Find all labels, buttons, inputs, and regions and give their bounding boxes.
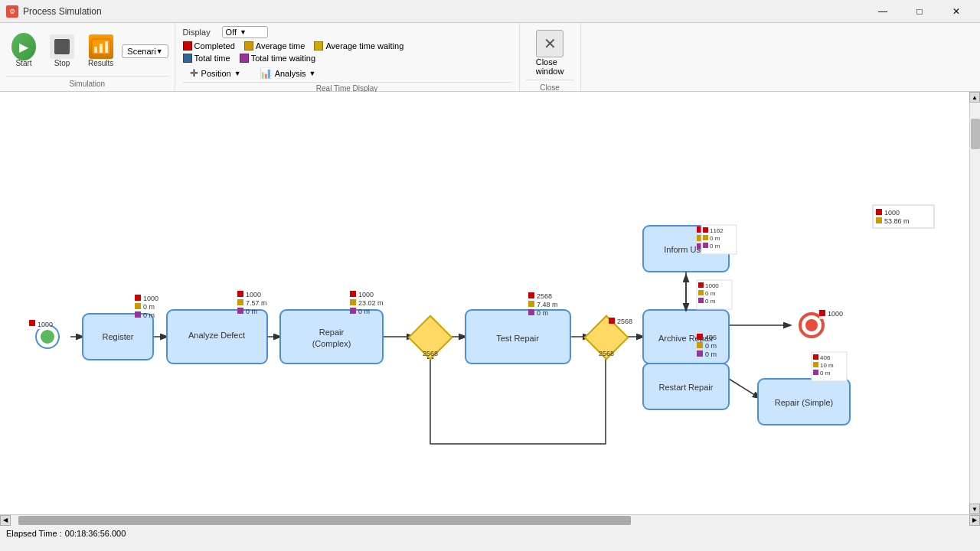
scroll-left-button[interactable]: ◀	[0, 515, 11, 526]
svg-rect-56	[703, 227, 708, 233]
svg-text:1000: 1000	[828, 310, 843, 318]
results-icon	[89, 34, 113, 59]
completed-legend-label: Completed	[194, 41, 235, 51]
v-scroll-thumb[interactable]	[971, 119, 980, 149]
legend-avg-time-waiting[interactable]: Average time waiting	[314, 41, 403, 51]
start-icon: ▶	[11, 34, 36, 59]
test-repair-label: Test Repair	[496, 334, 539, 343]
svg-rect-43	[697, 334, 703, 340]
svg-text:2568: 2568	[537, 292, 552, 300]
analysis-button[interactable]: 📊 Analysis ▼	[253, 64, 323, 82]
svg-rect-60	[703, 243, 708, 248]
svg-rect-26	[237, 308, 243, 314]
position-button[interactable]: ✛ Position ▼	[183, 64, 248, 82]
svg-rect-18	[135, 303, 141, 309]
start-stat-box	[29, 320, 35, 326]
svg-rect-47	[697, 350, 703, 357]
svg-text:0 m: 0 m	[705, 342, 717, 350]
corner-legend-line1: 1000	[884, 209, 900, 217]
svg-rect-65	[698, 290, 704, 295]
legend-total-time[interactable]: Total time	[183, 54, 230, 63]
window-controls: — □ ✕	[865, 4, 974, 19]
svg-text:406: 406	[820, 354, 831, 361]
start-label: Start	[15, 59, 31, 67]
svg-rect-16	[135, 295, 141, 301]
repair-complex-node-shape[interactable]	[280, 310, 383, 364]
gateway2-value: 2568	[599, 350, 614, 357]
svg-rect-39	[528, 309, 534, 315]
gateway1-value: 2568	[423, 350, 438, 357]
svg-text:0 m: 0 m	[820, 370, 831, 377]
scroll-down-button[interactable]: ▼	[969, 504, 980, 514]
svg-text:0 m: 0 m	[143, 303, 155, 311]
svg-text:0 m: 0 m	[705, 298, 716, 305]
svg-rect-33	[350, 308, 356, 314]
svg-rect-77	[819, 310, 825, 316]
svg-rect-37	[528, 301, 534, 307]
display-dropdown[interactable]: Off ▼	[222, 26, 268, 38]
scroll-right-button[interactable]: ▶	[969, 515, 980, 526]
restart-repair-label: Restart Repair	[659, 383, 714, 392]
v-scroll-track	[969, 103, 980, 504]
total-time-waiting-color-box	[240, 54, 249, 63]
close-button[interactable]: ✕	[939, 4, 974, 19]
svg-text:0 m: 0 m	[710, 235, 720, 242]
start-stat-value: 1000	[38, 321, 53, 328]
svg-text:1000: 1000	[705, 282, 719, 289]
scenario-dropdown[interactable]: Scenari	[122, 44, 168, 58]
start-button[interactable]: ▶ Start	[6, 31, 41, 71]
start-btn-shape: ▶	[11, 33, 36, 60]
avg-time-legend-label: Average time	[256, 41, 305, 51]
results-label: Results	[88, 59, 113, 67]
stop-button[interactable]: Stop	[44, 31, 80, 71]
simulation-group-label: Simulation	[6, 76, 168, 88]
svg-rect-63	[698, 282, 704, 288]
svg-text:2568: 2568	[617, 318, 632, 325]
svg-rect-35	[528, 292, 534, 298]
legend-items: Completed Average time Average time wait…	[183, 41, 511, 51]
display-label: Display	[183, 28, 217, 37]
simulation-group: ▶ Start Stop	[0, 23, 175, 91]
svg-text:1162: 1162	[710, 227, 724, 234]
results-button[interactable]: Results	[83, 31, 119, 71]
canvas-area[interactable]: ▲ ▼	[0, 92, 980, 514]
svg-rect-3	[105, 41, 108, 53]
close-window-icon: ✕	[536, 30, 564, 57]
close-window-button[interactable]: ✕ Closewindow	[526, 26, 574, 80]
repair-simple-label: Repair (Simple)	[775, 398, 833, 407]
svg-rect-29	[350, 291, 356, 297]
minimize-button[interactable]: —	[865, 4, 900, 19]
close-group-label: Close	[526, 80, 574, 92]
avg-time-color-box	[244, 41, 253, 51]
svg-text:(Complex): (Complex)	[312, 339, 351, 348]
total-time-legend-label: Total time	[194, 54, 230, 63]
svg-text:406: 406	[705, 334, 717, 341]
svg-text:10 m: 10 m	[820, 362, 834, 369]
real-time-display-label: Real Time Display	[183, 82, 511, 93]
app-icon: ⚙	[6, 5, 18, 18]
scroll-up-button[interactable]: ▲	[969, 92, 980, 103]
position-icon: ✛	[190, 67, 198, 79]
legend-avg-time[interactable]: Average time	[244, 41, 305, 51]
avg-time-waiting-color-box	[314, 41, 323, 51]
app-title: Process Simulation	[23, 6, 865, 17]
results-icon-shape	[89, 34, 113, 59]
stop-label: Stop	[54, 59, 70, 67]
elapsed-time-label: Elapsed Time :	[6, 529, 62, 538]
svg-rect-24	[237, 299, 243, 305]
h-scroll-thumb[interactable]	[18, 516, 631, 525]
svg-text:1000: 1000	[246, 291, 261, 298]
maximize-button[interactable]: □	[902, 4, 937, 19]
svg-rect-20	[135, 311, 141, 318]
svg-text:0 m: 0 m	[537, 309, 548, 317]
status-bar: Elapsed Time : 00:18:36:56.000	[0, 525, 980, 540]
close-content: ✕ Closewindow	[526, 26, 574, 80]
legend-total-time-waiting[interactable]: Total time waiting	[240, 54, 315, 63]
h-scroll-container: ◀ ▶	[0, 514, 980, 525]
ribbon: ▶ Start Stop	[0, 23, 980, 92]
svg-rect-1	[94, 47, 97, 53]
avg-time-waiting-legend-label: Average time waiting	[325, 41, 403, 51]
legend-completed[interactable]: Completed	[183, 41, 235, 51]
close-group: ✕ Closewindow Close	[520, 23, 581, 91]
svg-rect-45	[697, 342, 703, 348]
